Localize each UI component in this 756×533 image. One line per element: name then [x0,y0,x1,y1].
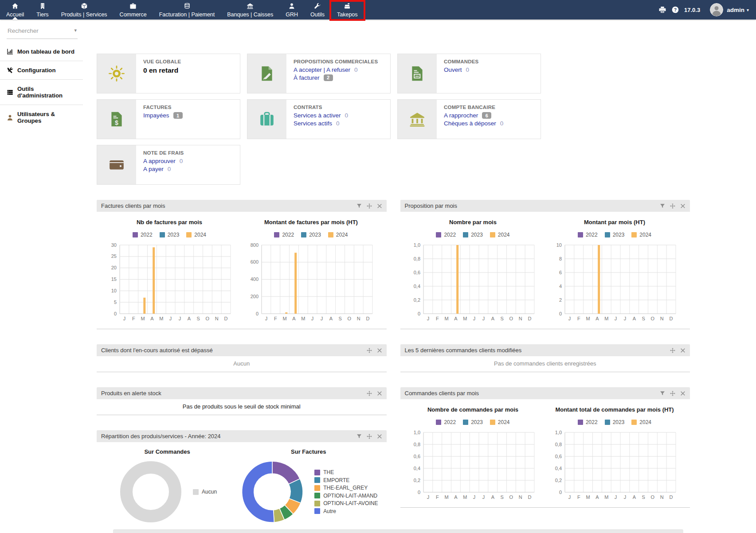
move-icon[interactable] [670,203,675,209]
svg-text:0,6: 0,6 [555,454,562,459]
card-link-ouvert[interactable]: Ouvert [444,66,462,73]
chart-title: Montant total de commandes par mois (HT) [548,406,681,413]
card-link-a-rapprocher[interactable]: A rapprocher [444,112,478,119]
search-dropdown-icon[interactable]: ▾ [74,27,77,33]
widget-title: Produits en alerte stock [101,390,161,397]
card-link-services-activer[interactable]: Services à activer [294,112,341,119]
svg-text:M: M [444,316,448,321]
widgets-left-column: Factures clients par mois Nb de factures… [97,200,387,533]
partial-widget-edge [113,529,683,533]
nav-item-banques-caisses[interactable]: Banques | Caisses [221,0,279,19]
svg-text:0: 0 [114,311,117,316]
close-icon[interactable] [377,391,382,396]
svg-text:0,4: 0,4 [413,284,420,289]
sidebar-item-configuration[interactable]: Configuration [0,61,83,79]
card-line: Services à activer0 [294,112,384,119]
legend-item: 2022 [133,232,153,238]
nav-item-commerce[interactable]: Commerce [114,0,153,19]
move-icon[interactable] [367,348,372,353]
svg-text:J: J [169,316,172,321]
move-icon[interactable] [670,348,675,353]
chevron-down-icon[interactable]: ▾ [747,8,749,12]
filter-icon[interactable] [660,391,665,396]
svg-text:J: J [473,316,475,321]
tools-icon [7,67,13,74]
svg-text:S: S [196,316,200,321]
card-line: À facturer2 [294,74,384,81]
card-link-ch-ques-d-poser[interactable]: Chèques à déposer [444,120,496,127]
card-link-a-payer[interactable]: A payer [143,166,164,172]
svg-text:A: A [454,494,458,500]
move-icon[interactable] [367,434,372,439]
move-icon[interactable] [367,203,372,209]
card-link-a-approuver[interactable]: A approuver [143,158,176,164]
card-title: COMPTE BANCAIRE [444,105,534,110]
close-icon[interactable] [680,348,685,353]
move-icon[interactable] [367,391,372,396]
count-value: 0 [345,112,349,119]
filter-icon[interactable] [660,203,665,209]
suitcase-icon [247,100,286,139]
bank-lg-icon [398,100,437,139]
card-factures: $FACTURESImpayées1 [97,99,240,139]
svg-text:J: J [482,494,485,500]
svg-text:M: M [586,316,590,321]
filter-icon[interactable] [356,434,362,439]
close-icon[interactable] [680,391,685,396]
card-link-services-actifs[interactable]: Services actifs [294,120,332,127]
svg-text:M: M [141,316,145,321]
svg-text:N: N [518,316,522,321]
print-icon[interactable] [659,6,666,13]
card-link-facturer[interactable]: À facturer [294,74,320,81]
svg-text:A: A [633,316,636,321]
close-icon[interactable] [680,203,685,209]
avatar[interactable] [710,3,723,16]
nav-item-produits-services[interactable]: Produits | Services [55,0,114,19]
close-icon[interactable] [377,348,382,353]
sidebar-item-utilisateurs-groupes[interactable]: Utilisateurs & Groupes [0,105,83,130]
close-icon[interactable] [377,203,382,209]
help-icon[interactable]: ? [672,6,679,13]
card-compte-bancaire: COMPTE BANCAIREA rapprocher6Chèques à dé… [397,99,541,139]
nav-label: Banques | Caisses [227,12,273,18]
nav-label: Tiers [36,12,48,18]
svg-text:S: S [338,316,341,321]
nav-item-accueil[interactable]: Accueil [0,0,30,19]
chart-legend: 202220232024 [548,419,681,425]
nav-item-takepos[interactable]: Takepos [331,0,364,19]
nav-item-grh[interactable]: GRH [279,0,304,19]
close-icon[interactable] [377,434,382,439]
nav-item-tiers[interactable]: Tiers [30,0,55,19]
svg-text:S: S [500,316,503,321]
svg-text:A: A [292,316,296,321]
nav-label: Outils [310,12,325,18]
filter-icon[interactable] [356,203,362,209]
move-icon[interactable] [670,391,675,396]
svg-text:O: O [347,316,351,321]
card-link-a-accepter-a-refuser[interactable]: A accepter | A refuser [294,66,350,73]
chart-title: Nombre par mois [407,219,540,226]
sidebar-item-outils-d-administration[interactable]: Outils d'administration [0,79,83,105]
nav-label: GRH [286,12,298,18]
chart-legend: 202220232024 [407,419,540,425]
sidebar-item-mon-tableau-de-bord[interactable]: Mon tableau de bord [0,43,83,61]
legend-item: 2022 [274,232,294,238]
user-menu[interactable]: admin [727,7,744,13]
donut-legend: Aucun [193,487,217,497]
count-value: 0 [180,158,183,164]
widget-encours-depasse: Clients dont l'en-cours autorisé est dép… [97,344,387,372]
svg-text:J: J [624,316,627,321]
search-input[interactable] [7,27,71,35]
svg-text:0,2: 0,2 [413,297,420,303]
svg-text:0,2: 0,2 [413,478,420,483]
svg-text:J: J [427,316,429,321]
card-note-de-frais: NOTE DE FRAISA approuver0A payer0 [97,145,240,185]
nav-item-outils[interactable]: Outils [304,0,331,19]
nav-item-facturation-paiement[interactable]: Facturation | Paiement [153,0,221,19]
sun-icon [97,54,136,93]
bar-chart-canvas: 00,20,40,60,81,0JFMAMJJASOND [407,242,539,323]
widget-header: Les 5 dernières commandes clients modifi… [400,344,690,356]
card-link-impay-es[interactable]: Impayées [143,112,169,119]
sidebar-item-label: Configuration [17,67,55,74]
person-icon [7,114,13,121]
